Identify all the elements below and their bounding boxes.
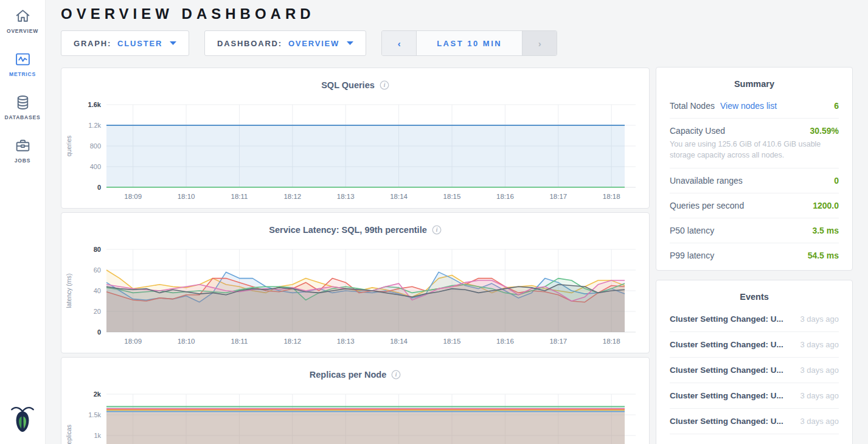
chart-title: Replicas per Node bbox=[310, 370, 387, 380]
event-text: Cluster Setting Changed: U... bbox=[670, 366, 783, 375]
svg-text:18:12: 18:12 bbox=[283, 193, 301, 200]
service-latency-panel: Service Latency: SQL, 99th percentile i … bbox=[61, 212, 650, 353]
summary-label: Total Nodes bbox=[670, 101, 715, 111]
graph-dropdown[interactable]: GRAPH: CLUSTER bbox=[61, 30, 189, 56]
svg-text:800: 800 bbox=[90, 142, 101, 150]
briefcase-icon bbox=[15, 137, 31, 154]
event-item[interactable]: Cluster Setting Changed: U...3 days ago bbox=[670, 408, 839, 434]
svg-text:40: 40 bbox=[94, 287, 101, 294]
time-range-button[interactable]: LAST 10 MIN bbox=[417, 31, 522, 55]
summary-row-total-nodes: Total NodesView nodes list6 bbox=[670, 94, 839, 119]
summary-title: Summary bbox=[670, 68, 839, 94]
database-icon bbox=[15, 94, 31, 111]
svg-text:18:09: 18:09 bbox=[124, 193, 142, 200]
info-icon[interactable]: i bbox=[391, 370, 401, 380]
summary-value: 54.5 ms bbox=[808, 251, 839, 260]
cockroach-logo bbox=[10, 404, 35, 435]
time-prev-button[interactable]: ‹ bbox=[382, 31, 417, 55]
svg-text:18:11: 18:11 bbox=[231, 193, 248, 200]
svg-text:20: 20 bbox=[94, 308, 101, 315]
events-panel: Events Cluster Setting Changed: U...3 da… bbox=[656, 280, 853, 444]
summary-label: Capacity Used bbox=[670, 126, 725, 136]
event-item[interactable]: Cluster Setting Changed: U...3 days ago bbox=[670, 307, 839, 331]
svg-text:1.5k: 1.5k bbox=[88, 411, 101, 418]
svg-text:60: 60 bbox=[94, 266, 101, 274]
svg-text:1.6k: 1.6k bbox=[88, 101, 102, 108]
summary-label: P50 latency bbox=[670, 226, 714, 235]
svg-text:0: 0 bbox=[97, 184, 101, 191]
chevron-down-icon bbox=[170, 41, 176, 45]
event-item[interactable]: Cluster Setting Changed: U...3 days ago bbox=[670, 331, 839, 357]
svg-text:latency (ms): latency (ms) bbox=[65, 273, 72, 308]
sidebar-item-label: DATABASES bbox=[5, 114, 41, 120]
summary-label: Queries per second bbox=[670, 201, 744, 210]
svg-text:18:13: 18:13 bbox=[337, 338, 355, 345]
summary-row-capacity-used: Capacity Used30.59%You are using 125.6 G… bbox=[670, 119, 839, 168]
svg-text:18:13: 18:13 bbox=[337, 193, 355, 200]
summary-row-p99-latency: P99 latency54.5 ms bbox=[670, 243, 839, 268]
summary-row-queries-per-second: Queries per second1200.0 bbox=[670, 193, 839, 218]
svg-text:18:15: 18:15 bbox=[443, 338, 461, 345]
summary-value: 1200.0 bbox=[813, 201, 839, 210]
svg-text:18:16: 18:16 bbox=[496, 193, 514, 200]
svg-text:18:10: 18:10 bbox=[178, 338, 195, 345]
svg-text:18:10: 18:10 bbox=[178, 193, 195, 200]
sidebar-item-label: METRICS bbox=[9, 71, 36, 77]
svg-text:2k: 2k bbox=[94, 390, 102, 398]
sidebar-item-jobs[interactable]: JOBS bbox=[5, 137, 41, 164]
event-item[interactable]: Cluster Setting Changed: U...3 days ago bbox=[670, 357, 839, 383]
svg-text:18:17: 18:17 bbox=[549, 338, 567, 345]
dashboard-dropdown[interactable]: DASHBOARD: OVERVIEW bbox=[204, 30, 366, 56]
event-text: Cluster Setting Changed: U... bbox=[670, 391, 783, 400]
sidebar-item-label: JOBS bbox=[15, 158, 30, 164]
dashboard-dropdown-value: OVERVIEW bbox=[288, 39, 339, 48]
svg-text:18:14: 18:14 bbox=[390, 193, 408, 200]
svg-text:400: 400 bbox=[90, 163, 101, 170]
main-content: OVERVIEW DASHBOARD GRAPH: CLUSTER DASHBO… bbox=[61, 0, 650, 444]
summary-label: Unavailable ranges bbox=[670, 176, 743, 186]
sidebar-item-overview[interactable]: OVERVIEW bbox=[5, 8, 41, 34]
svg-text:1k: 1k bbox=[94, 432, 101, 439]
svg-text:18:15: 18:15 bbox=[443, 193, 461, 200]
left-sidebar: OVERVIEWMETRICSDATABASESJOBS bbox=[0, 0, 46, 444]
svg-text:18:16: 18:16 bbox=[496, 338, 514, 345]
svg-text:0: 0 bbox=[97, 328, 101, 336]
svg-text:replicas: replicas bbox=[65, 425, 72, 444]
svg-text:18:12: 18:12 bbox=[283, 338, 301, 345]
chart-title-row: SQL Queries i bbox=[61, 68, 649, 97]
event-text: Cluster Setting Changed: U... bbox=[670, 417, 783, 426]
info-icon[interactable]: i bbox=[380, 80, 389, 90]
sql-queries-panel: SQL Queries i 04008001.2k1.6k18:0918:101… bbox=[61, 68, 650, 209]
time-window-selector: ‹ LAST 10 MIN › bbox=[381, 30, 557, 56]
info-icon[interactable]: i bbox=[432, 225, 442, 235]
chart-title-row: Service Latency: SQL, 99th percentile i bbox=[61, 213, 649, 242]
replicas-per-node-chart[interactable]: 05001k1.5k2k18:0918:1018:1118:1218:1318:… bbox=[61, 387, 649, 444]
sql-queries-chart[interactable]: 04008001.2k1.6k18:0918:1018:1118:1218:13… bbox=[61, 97, 649, 208]
graph-dropdown-label: GRAPH: bbox=[74, 39, 111, 48]
sidebar-nav: OVERVIEWMETRICSDATABASESJOBS bbox=[5, 8, 41, 181]
toolbar: GRAPH: CLUSTER DASHBOARD: OVERVIEW ‹ LAS… bbox=[61, 30, 650, 56]
metrics-icon bbox=[15, 51, 31, 68]
page-title: OVERVIEW DASHBOARD bbox=[61, 5, 650, 23]
summary-row-p50-latency: P50 latency3.5 ms bbox=[670, 218, 839, 243]
summary-panel: Summary Total NodesView nodes list6Capac… bbox=[656, 67, 853, 271]
summary-value: 3.5 ms bbox=[812, 226, 839, 235]
event-text: Cluster Setting Changed: U... bbox=[670, 314, 783, 324]
charts-column: SQL Queries i 04008001.2k1.6k18:0918:101… bbox=[61, 68, 650, 444]
summary-label: P99 latency bbox=[670, 251, 714, 260]
event-time: 3 days ago bbox=[800, 366, 839, 375]
svg-text:18:18: 18:18 bbox=[603, 338, 620, 345]
right-sidebar: Summary Total NodesView nodes list6Capac… bbox=[656, 0, 853, 444]
event-time: 3 days ago bbox=[800, 314, 839, 324]
view-nodes-list-link[interactable]: View nodes list bbox=[720, 101, 777, 111]
event-time: 3 days ago bbox=[800, 340, 839, 349]
service-latency-chart[interactable]: 02040608018:0918:1018:1118:1218:1318:141… bbox=[61, 242, 649, 353]
event-item[interactable]: Cluster Setting Changed: U...3 days ago bbox=[670, 434, 839, 444]
event-item[interactable]: Cluster Setting Changed: U...3 days ago bbox=[670, 383, 839, 408]
sidebar-item-metrics[interactable]: METRICS bbox=[5, 51, 41, 77]
svg-text:i: i bbox=[395, 372, 397, 378]
event-time: 3 days ago bbox=[800, 417, 839, 426]
sidebar-item-databases[interactable]: DATABASES bbox=[5, 94, 41, 120]
svg-text:18:17: 18:17 bbox=[549, 193, 567, 200]
svg-text:80: 80 bbox=[94, 246, 101, 253]
